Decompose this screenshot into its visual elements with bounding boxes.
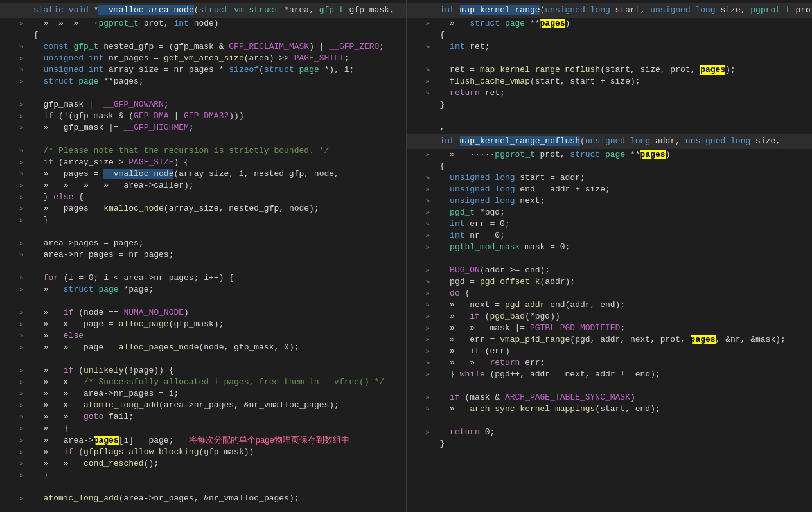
left-line: » » if (gfpflags_allow_blocking(gfp_mask… <box>0 446 406 458</box>
left-line: » » » page = alloc_pages_node(node, gfp_… <box>0 342 406 353</box>
right-line: » int nr = 0; <box>407 230 813 242</box>
right-line: » » ·····pgprot_t prot, struct page **pa… <box>407 149 813 161</box>
left-line <box>0 134 406 145</box>
left-line: » » if (node == NUMA_NO_NODE) <box>0 307 406 319</box>
left-line <box>0 353 406 365</box>
right-line: » return ret; <box>407 87 813 99</box>
left-line: » » pages = kmalloc_node(array_size, nes… <box>0 203 406 215</box>
right-line <box>407 110 813 122</box>
left-line <box>0 87 406 99</box>
right-line: » » next = pgd_addr_end(addr, end); <box>407 299 813 311</box>
right-line: » int ret; <box>407 41 813 53</box>
left-line: » » » goto fail; <box>0 411 406 423</box>
left-line: » » » » ·pgprot_t prot, int node) <box>0 18 406 30</box>
left-line: » unsigned int nr_pages = get_vm_area_si… <box>0 53 406 64</box>
right-line: » do { <box>407 288 813 299</box>
left-header-content: static void *__vmalloc_area_node(struct … <box>33 4 405 17</box>
right-line: » if (mask & ARCH_PAGE_TABLE_SYNC_MASK) <box>407 392 813 403</box>
right-line: » } while (pgd++, addr = next, addr != e… <box>407 369 813 380</box>
right-line: » BUG_ON(addr >= end); <box>407 265 813 276</box>
right-line: » return 0; <box>407 427 813 438</box>
right-line: » » if (pgd_bad(*pgd)) <box>407 311 813 322</box>
left-line: » for (i = 0; i < area->nr_pages; i++) { <box>0 272 406 284</box>
right-line <box>407 253 813 265</box>
left-line: » struct page **pages; <box>0 76 406 87</box>
right-line: { <box>407 161 813 172</box>
right-pane: int map_kernel_range(unsigned long start… <box>407 0 813 512</box>
right-line: } <box>407 438 813 450</box>
left-line: » const gfp_t nested_gfp = (gfp_mask & G… <box>0 41 406 53</box>
left-line-pages: » » area->pages[i] = page; 将每次分配的单个page物… <box>0 434 406 446</box>
right-line: » unsigned long start = addr; <box>407 172 813 184</box>
right-header-content: int map_kernel_range(unsigned long start… <box>440 4 813 17</box>
right-line: » » struct page **pages) <box>407 18 813 30</box>
right-line: » unsigned long end = addr + size; <box>407 184 813 195</box>
right-line <box>407 380 813 392</box>
right-line: » » if (err) <box>407 346 813 357</box>
left-line: » » » cond_resched(); <box>0 458 406 470</box>
left-line: » » » /* Successfully allocated i pages,… <box>0 376 406 388</box>
left-line: » » gfp_mask |= __GFP_HIGHMEM; <box>0 122 406 134</box>
left-line: » unsigned int array_size = nr_pages * s… <box>0 64 406 76</box>
left-line: » » else <box>0 330 406 342</box>
left-line <box>0 481 406 493</box>
left-line: » } <box>0 470 406 481</box>
right-line <box>407 415 813 427</box>
left-line: » » } <box>0 423 406 434</box>
left-line: » » » page = alloc_page(gfp_mask); <box>0 319 406 330</box>
left-line: » » struct page *page; <box>0 284 406 296</box>
right-header-line: int map_kernel_range(unsigned long start… <box>407 3 813 18</box>
left-line: » » » atomic_long_add(area->nr_pages, &n… <box>0 400 406 411</box>
left-line: » atomic_long_add(area->nr_pages, &nr_vm… <box>0 493 406 504</box>
left-line: » if (array_size > PAGE_SIZE) { <box>0 157 406 168</box>
code-viewer: static void *__vmalloc_area_node(struct … <box>0 0 812 512</box>
right-noflush-header: int map_kernel_range_noflush(unsigned lo… <box>407 134 813 149</box>
right-line: » pgd = pgd_offset_k(addr); <box>407 276 813 288</box>
right-line: » int err = 0; <box>407 218 813 230</box>
left-line <box>0 296 406 307</box>
right-line <box>407 53 813 64</box>
left-header-line: static void *__vmalloc_area_node(struct … <box>0 3 406 18</box>
right-line: » ret = map_kernel_range_noflush(start, … <box>407 64 813 76</box>
left-line: » /* Please note that the recursion is s… <box>0 145 406 157</box>
right-line: { <box>407 30 813 41</box>
right-line-vmap: » » err = vmap_p4d_range(pgd, addr, next… <box>407 334 813 346</box>
left-line: { <box>0 30 406 41</box>
right-line: » pgd_t *pgd; <box>407 207 813 218</box>
right-line: , <box>407 122 813 134</box>
left-line: » if (!(gfp_mask & (GFP_DMA | GFP_DMA32)… <box>0 110 406 122</box>
right-line: » pgtbl_mod_mask mask = 0; <box>407 242 813 253</box>
left-line: » } <box>0 215 406 226</box>
left-line: » » » area->nr_pages = i; <box>0 388 406 400</box>
left-line: » area->nr_pages = nr_pages; <box>0 249 406 261</box>
left-line <box>0 261 406 272</box>
right-line: » flush_cache_vmap(start, start + size); <box>407 76 813 87</box>
right-line: } <box>407 99 813 110</box>
left-line: » gfp_mask |= __GFP_NOWARN; <box>0 99 406 110</box>
left-pane: static void *__vmalloc_area_node(struct … <box>0 0 407 512</box>
right-line: » » arch_sync_kernel_mappings(start, end… <box>407 403 813 415</box>
left-line: » » pages = __vmalloc_node(array_size, 1… <box>0 168 406 180</box>
left-line: » area->pages = pages; <box>0 238 406 249</box>
right-line: » » » return err; <box>407 357 813 369</box>
right-line: » unsigned long next; <box>407 195 813 207</box>
left-line <box>0 226 406 238</box>
left-line <box>0 504 406 512</box>
left-line: » } else { <box>0 191 406 203</box>
left-line: » » » » » area->caller); <box>0 180 406 191</box>
right-line: » » » mask |= PGTBL_PGD_MODIFIED; <box>407 322 813 334</box>
left-line: » » if (unlikely(!page)) { <box>0 365 406 376</box>
